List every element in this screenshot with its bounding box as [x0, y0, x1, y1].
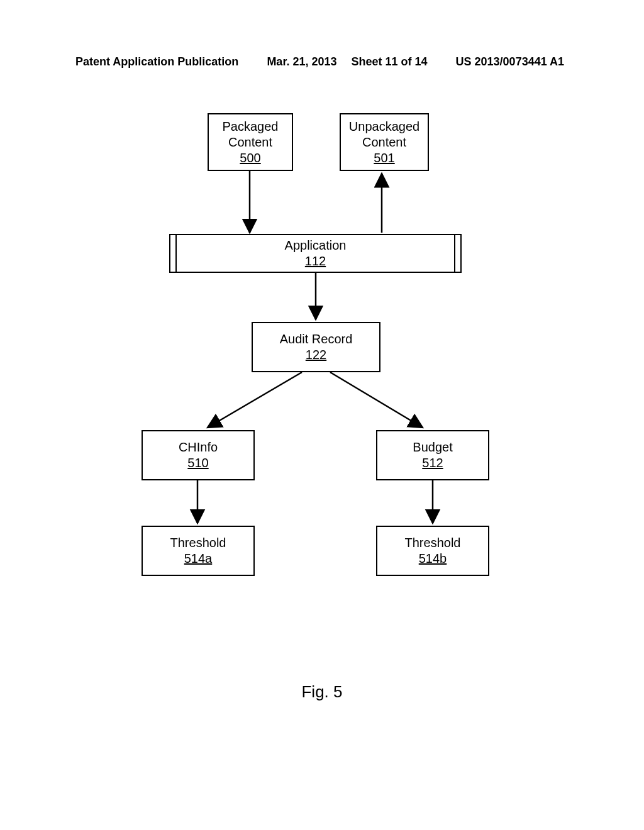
box-label: Threshold	[405, 535, 461, 551]
box-ref: 500	[240, 150, 260, 166]
header-pub-number: US 2013/0073441 A1	[456, 55, 564, 69]
diagram-connectors	[0, 0, 644, 830]
box-budget: Budget 512	[376, 430, 489, 480]
box-ref: 512	[422, 455, 443, 471]
box-label: Application	[285, 238, 347, 253]
header-date: Mar. 21, 2013	[267, 55, 336, 69]
header-sheet: Sheet 11 of 14	[351, 55, 427, 69]
box-chinfo: CHInfo 510	[142, 430, 255, 480]
box-application: Application 112	[169, 234, 462, 273]
box-threshold-b: Threshold 514b	[376, 526, 489, 576]
header-publication-type: Patent Application Publication	[75, 55, 238, 69]
box-ref: 514b	[419, 551, 447, 567]
box-label: Packaged Content	[209, 119, 292, 150]
box-ref: 514a	[184, 551, 213, 567]
figure-label: Fig. 5	[0, 682, 644, 702]
box-ref: 501	[374, 150, 394, 166]
box-ref: 510	[187, 455, 208, 471]
svg-line-4	[330, 372, 423, 428]
box-unpackaged-content: Unpackaged Content 501	[340, 113, 429, 171]
page-header: Patent Application Publication Mar. 21, …	[0, 55, 644, 69]
box-label: Budget	[413, 440, 452, 455]
box-audit-record: Audit Record 122	[252, 322, 380, 372]
box-label: Unpackaged Content	[341, 119, 428, 150]
box-label: Threshold	[170, 535, 226, 551]
svg-line-3	[208, 372, 302, 428]
box-ref: 122	[306, 347, 326, 363]
box-label: Audit Record	[280, 331, 353, 347]
box-threshold-a: Threshold 514a	[142, 526, 255, 576]
box-packaged-content: Packaged Content 500	[208, 113, 293, 171]
box-ref: 112	[305, 253, 326, 269]
box-label: CHInfo	[179, 440, 218, 455]
